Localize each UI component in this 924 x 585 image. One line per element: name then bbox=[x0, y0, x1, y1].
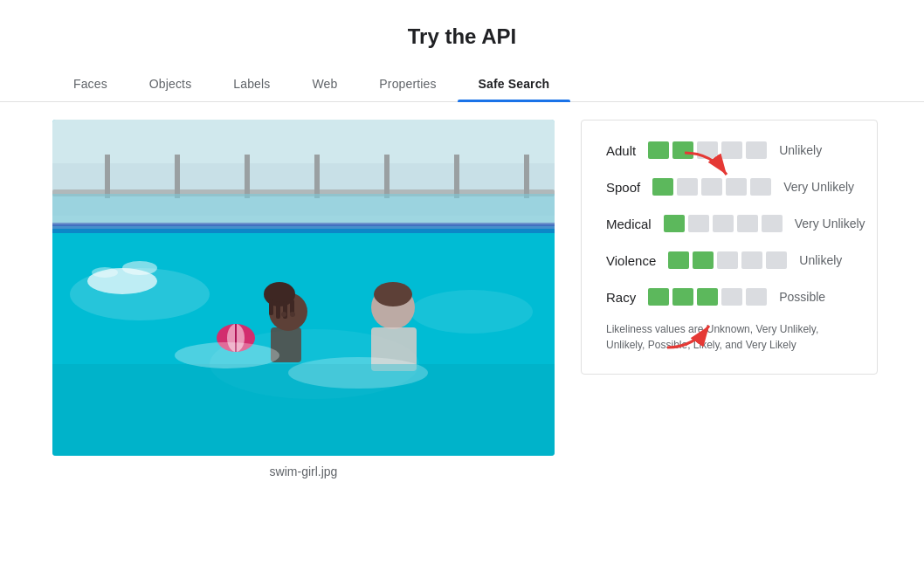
svg-rect-6 bbox=[245, 155, 250, 198]
svg-rect-10 bbox=[524, 155, 529, 198]
svg-rect-17 bbox=[52, 223, 555, 226]
svg-point-38 bbox=[288, 357, 428, 389]
tabs-bar: Faces Objects Labels Web Properties Safe… bbox=[0, 66, 924, 102]
svg-rect-4 bbox=[105, 155, 110, 198]
tab-objects[interactable]: Objects bbox=[128, 66, 212, 101]
adult-bar-5 bbox=[746, 141, 767, 159]
svg-point-15 bbox=[410, 290, 533, 334]
tab-labels[interactable]: Labels bbox=[212, 66, 291, 101]
racy-bar-2 bbox=[672, 288, 693, 306]
adult-label: Adult bbox=[606, 143, 636, 158]
spoof-bar-5 bbox=[750, 178, 771, 196]
tab-properties[interactable]: Properties bbox=[358, 66, 457, 101]
racy-bar-1 bbox=[648, 288, 669, 306]
svg-point-19 bbox=[122, 261, 157, 275]
svg-rect-24 bbox=[276, 301, 280, 319]
svg-rect-8 bbox=[384, 155, 390, 198]
spoof-value: Very Unlikely bbox=[783, 180, 862, 194]
svg-rect-9 bbox=[454, 155, 459, 198]
svg-point-34 bbox=[374, 282, 412, 306]
racy-row: Racy Possible bbox=[606, 288, 852, 306]
svg-point-20 bbox=[92, 267, 118, 278]
racy-label: Racy bbox=[606, 290, 636, 305]
svg-rect-23 bbox=[269, 299, 273, 315]
violence-bar-3 bbox=[717, 251, 738, 269]
adult-value: Unlikely bbox=[779, 143, 858, 157]
medical-bar bbox=[664, 215, 783, 232]
tab-faces[interactable]: Faces bbox=[52, 66, 128, 101]
violence-row: Violence Unlikely bbox=[606, 251, 852, 269]
violence-value: Unlikely bbox=[799, 253, 878, 267]
racy-bar-3 bbox=[697, 288, 718, 306]
svg-point-27 bbox=[281, 312, 286, 317]
medical-row: Medical Very Unlikely bbox=[606, 215, 852, 232]
medical-value: Very Unlikely bbox=[795, 217, 873, 231]
medical-bar-2 bbox=[688, 215, 709, 232]
main-content: swim-girl.jpg bbox=[0, 102, 924, 496]
violence-bar-5 bbox=[766, 251, 787, 269]
svg-point-37 bbox=[175, 342, 279, 368]
spoof-bar-1 bbox=[652, 178, 673, 196]
tab-web[interactable]: Web bbox=[291, 66, 358, 101]
violence-bar bbox=[668, 251, 787, 269]
svg-rect-26 bbox=[290, 299, 294, 313]
adult-bar-1 bbox=[648, 141, 669, 159]
spoof-label: Spoof bbox=[606, 180, 640, 195]
medical-bar-3 bbox=[713, 215, 734, 232]
violence-bar-4 bbox=[741, 251, 762, 269]
racy-bar bbox=[648, 288, 767, 306]
racy-bar-4 bbox=[721, 288, 742, 306]
image-display bbox=[52, 120, 555, 456]
medical-label: Medical bbox=[606, 217, 652, 231]
violence-label: Violence bbox=[606, 253, 656, 268]
racy-bar-5 bbox=[746, 288, 767, 306]
medical-bar-5 bbox=[762, 215, 783, 232]
results-panel: Adult Unlikely Spoof Very Unlikely bbox=[581, 120, 878, 375]
svg-rect-5 bbox=[175, 155, 180, 198]
arrow-adult bbox=[676, 148, 737, 196]
medical-bar-1 bbox=[664, 215, 685, 232]
violence-bar-2 bbox=[693, 251, 714, 269]
tab-safe-search[interactable]: Safe Search bbox=[458, 66, 571, 101]
page-title: Try the API bbox=[0, 0, 924, 66]
svg-point-28 bbox=[290, 312, 295, 317]
violence-bar-1 bbox=[668, 251, 689, 269]
image-caption: swim-girl.jpg bbox=[270, 465, 338, 478]
medical-bar-4 bbox=[737, 215, 758, 232]
arrow-racy bbox=[659, 308, 720, 355]
svg-rect-7 bbox=[314, 155, 320, 198]
image-panel: swim-girl.jpg bbox=[52, 120, 555, 478]
racy-value: Possible bbox=[779, 290, 858, 304]
results-footnote: Likeliness values are Unknown, Very Unli… bbox=[606, 321, 833, 353]
